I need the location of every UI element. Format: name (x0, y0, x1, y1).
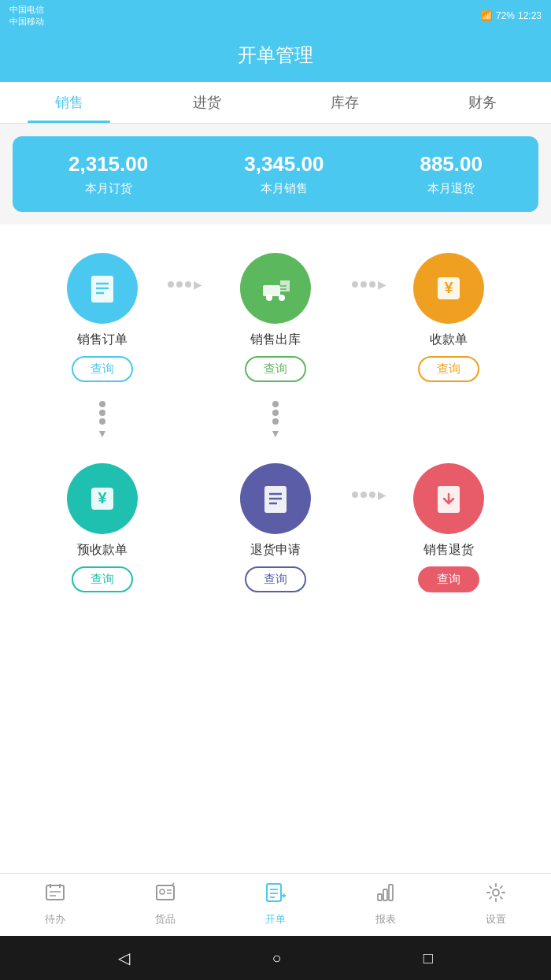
svg-point-25 (160, 889, 165, 894)
carrier-info: 中国电信 中国移动 (9, 4, 44, 28)
stat-order-label: 本月订货 (68, 181, 148, 196)
goods-icon (154, 882, 176, 909)
bottom-nav: 待办 货品 开单 (0, 873, 551, 936)
action-sales-outbound: 销售出库 查询 (189, 240, 362, 390)
svg-rect-29 (267, 884, 281, 901)
todo-icon (44, 882, 66, 909)
nav-settings-label: 设置 (486, 912, 506, 926)
action-return-apply: 退货申请 查询 (189, 451, 362, 600)
android-recent-btn[interactable]: □ (423, 949, 433, 967)
sales-return-btn[interactable] (413, 463, 484, 534)
svg-rect-36 (383, 889, 387, 900)
stat-return-value: 885.00 (420, 152, 483, 176)
stat-monthly-return: 885.00 本月退货 (420, 152, 483, 196)
advance-receipt-query-btn[interactable]: 查询 (72, 566, 133, 592)
receipt-query-btn[interactable]: 查询 (418, 356, 479, 382)
tab-bar: 销售 进货 库存 财务 (0, 82, 551, 124)
stat-monthly-order: 2,315.00 本月订货 (68, 152, 148, 196)
tab-purchase[interactable]: 进货 (138, 82, 276, 123)
nav-order-label: 开单 (265, 912, 286, 926)
tab-finance[interactable]: 财务 (413, 82, 551, 123)
android-back-btn[interactable]: ◁ (118, 948, 130, 967)
stat-sales-value: 3,345.00 (244, 152, 324, 176)
stat-return-label: 本月退货 (420, 181, 483, 196)
nav-order[interactable]: 开单 (220, 882, 331, 930)
sales-order-query-btn[interactable]: 查询 (72, 356, 133, 382)
return-apply-query-btn[interactable]: 查询 (245, 566, 306, 592)
svg-rect-19 (46, 885, 64, 900)
return-apply-btn[interactable] (240, 463, 311, 534)
nav-goods-label: 货品 (155, 912, 176, 926)
sales-outbound-btn[interactable] (240, 253, 311, 324)
svg-text:¥: ¥ (444, 279, 453, 296)
nav-todo-label: 待办 (45, 912, 65, 926)
stat-monthly-sales: 3,345.00 本月销售 (244, 152, 324, 196)
sales-order-btn[interactable] (67, 253, 138, 324)
stat-sales-label: 本月销售 (244, 181, 324, 196)
order-icon (264, 882, 287, 909)
tab-inventory[interactable]: 库存 (276, 82, 413, 123)
receipt-btn[interactable]: ¥ (413, 253, 484, 324)
nav-settings[interactable]: 设置 (441, 882, 551, 930)
arrow-v-3 (362, 398, 535, 443)
return-apply-label: 退货申请 (250, 542, 301, 559)
sales-order-label: 销售订单 (77, 332, 128, 348)
nav-todo[interactable]: 待办 (0, 882, 110, 930)
nav-report[interactable]: 报表 (331, 882, 441, 930)
action-sales-return: 销售退货 查询 (362, 451, 535, 600)
header: 开单管理 (0, 32, 551, 82)
sales-outbound-query-btn[interactable]: 查询 (245, 356, 306, 382)
svg-rect-6 (263, 285, 280, 296)
svg-rect-37 (389, 885, 393, 900)
nav-goods[interactable]: 货品 (110, 882, 220, 930)
report-icon (375, 882, 397, 909)
svg-rect-24 (157, 885, 174, 900)
android-nav: ◁ ○ □ (0, 936, 551, 980)
action-grid-row2: ▶ ¥ 预收款单 查询 退货 (0, 443, 551, 608)
advance-receipt-btn[interactable]: ¥ (67, 463, 138, 534)
nav-report-label: 报表 (375, 912, 396, 926)
arrow-v-2: ▼ (189, 398, 362, 443)
action-grid-row1: ▶ ▶ 销售订单 查询 (0, 232, 551, 398)
advance-receipt-label: 预收款单 (77, 542, 128, 559)
main-content: ▶ ▶ 销售订单 查询 (0, 225, 551, 873)
tab-sales[interactable]: 销售 (0, 82, 138, 123)
receipt-label: 收款单 (430, 332, 468, 348)
action-sales-order: 销售订单 查询 (16, 240, 189, 390)
time-text: 12:23 (518, 10, 542, 21)
action-receipt: ¥ 收款单 查询 (362, 240, 535, 390)
page-title: 开单管理 (0, 43, 551, 68)
svg-rect-35 (378, 894, 382, 900)
svg-text:¥: ¥ (98, 489, 107, 507)
stat-order-value: 2,315.00 (68, 152, 148, 176)
sales-return-label: 销售退货 (423, 542, 474, 559)
svg-point-38 (493, 889, 499, 896)
arrow-v-container: ▼ ▼ (0, 398, 551, 443)
action-advance-receipt: ¥ 预收款单 查询 (16, 451, 189, 600)
sales-outbound-label: 销售出库 (250, 332, 301, 348)
status-right: 📶 72% 12:23 (481, 10, 542, 21)
arrow-v-1: ▼ (16, 398, 189, 443)
signal-icon: 📶 (481, 10, 493, 21)
stats-banner: 2,315.00 本月订货 3,345.00 本月销售 885.00 本月退货 (13, 136, 538, 212)
battery-text: 72% (496, 10, 515, 21)
status-bar: 中国电信 中国移动 📶 72% 12:23 (0, 0, 551, 32)
settings-icon (485, 882, 507, 909)
sales-return-query-btn[interactable]: 查询 (418, 566, 479, 592)
android-home-btn[interactable]: ○ (272, 949, 281, 967)
